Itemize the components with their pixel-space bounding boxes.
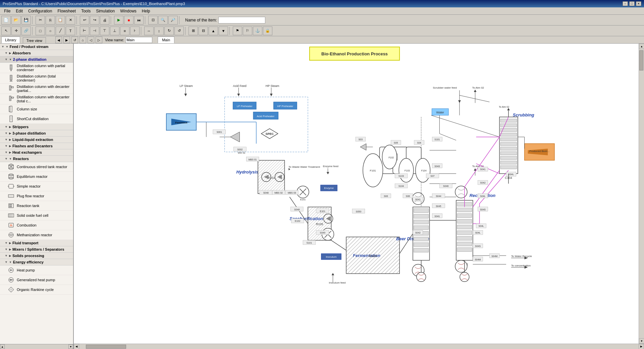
vscroll-thumb[interactable] bbox=[639, 50, 643, 70]
category-reactors[interactable]: ▼ Reactors bbox=[0, 156, 73, 162]
zoom-out-button[interactable]: 🔎 bbox=[168, 16, 178, 24]
vscroll-down-arrow[interactable]: ▼ bbox=[639, 338, 644, 344]
select-button[interactable]: ↖ bbox=[1, 27, 11, 35]
stop-button[interactable]: ■ bbox=[124, 16, 133, 24]
category-energy-efficiency[interactable]: ▼ Energy efficiency bbox=[0, 259, 73, 265]
sidebar-item-dist-total[interactable]: Distillation column (total condenser) bbox=[0, 73, 73, 84]
sidebar-item-methanation[interactable]: Methanization reactor bbox=[0, 230, 73, 240]
cut-button[interactable]: ✂ bbox=[36, 16, 45, 24]
name-item-input[interactable] bbox=[218, 17, 265, 23]
nav-forward-button[interactable]: ▶ bbox=[63, 37, 70, 43]
menu-configuration[interactable]: Configuration bbox=[25, 7, 55, 15]
category-2phase[interactable]: ▼ 2-phase distillation bbox=[0, 56, 73, 63]
copy-button[interactable]: ⎘ bbox=[46, 16, 55, 24]
delete-button[interactable]: ✕ bbox=[66, 16, 75, 24]
vscroll-up-arrow[interactable]: ▲ bbox=[639, 44, 644, 49]
hscroll-right-arrow[interactable]: ▶ bbox=[639, 344, 644, 349]
canvas-vscroll[interactable]: ▲ ▼ bbox=[639, 44, 644, 344]
restore-button[interactable]: □ bbox=[629, 1, 635, 6]
tree-view-tab[interactable]: Tree view bbox=[23, 37, 46, 43]
run-button[interactable]: ▶ bbox=[114, 16, 123, 24]
main-tab[interactable]: Main bbox=[158, 37, 174, 43]
menu-simulation[interactable]: Simulation bbox=[93, 7, 117, 15]
flag-button[interactable]: ⚑ bbox=[233, 27, 242, 35]
line-button[interactable]: ╱ bbox=[56, 27, 65, 35]
sidebar-item-dist-decanter-partial[interactable]: Distillation column with decanter (parti… bbox=[0, 84, 73, 94]
category-mixers[interactable]: ▶ Mixers / Splitters / Separators bbox=[0, 246, 73, 253]
rotate-ccw-button[interactable]: ↺ bbox=[174, 27, 184, 35]
text-button[interactable]: T bbox=[66, 27, 75, 35]
sidebar-item-dist-partial[interactable]: Distillation column with partial condens… bbox=[0, 63, 73, 73]
sidebar-item-plug-flow[interactable]: Plug flow reactor bbox=[0, 191, 73, 201]
category-feed-product[interactable]: ▼ Feed / Product stream bbox=[0, 44, 73, 50]
category-strippers[interactable]: ▶ Strippers bbox=[0, 124, 73, 130]
align-top-button[interactable]: ⊥ bbox=[110, 27, 119, 35]
category-solids[interactable]: ▶ Solids processing bbox=[0, 253, 73, 259]
flip-h-button[interactable]: ↔ bbox=[144, 27, 154, 35]
category-fluid-transport[interactable]: ▶ Fluid transport bbox=[0, 240, 73, 246]
sidebar-item-simple-reactor[interactable]: Simple reactor bbox=[0, 182, 73, 191]
step-button[interactable]: ⏭ bbox=[134, 16, 144, 24]
align-mid-button[interactable]: ≡ bbox=[120, 27, 129, 35]
sidebar-item-reaction-tank[interactable]: Reaction tank bbox=[0, 201, 73, 211]
sidebar-item-organic-rankine[interactable]: Organic Rankine cycle bbox=[0, 285, 73, 295]
menu-edit[interactable]: Edit bbox=[13, 7, 25, 15]
vscroll-track[interactable] bbox=[639, 49, 644, 338]
undo-button[interactable]: ↩ bbox=[80, 16, 89, 24]
flip-v-button[interactable]: ↕ bbox=[154, 27, 164, 35]
view-name-input[interactable] bbox=[125, 37, 152, 43]
minimize-button[interactable]: − bbox=[623, 1, 628, 6]
move-button[interactable]: ✛ bbox=[11, 27, 21, 35]
zoom-in-button[interactable]: 🔍 bbox=[158, 16, 168, 24]
category-3phase[interactable]: ▶ 3-phase distillation bbox=[0, 130, 73, 137]
nav-prev-button[interactable]: ◁ bbox=[88, 37, 94, 43]
canvas-area[interactable]: Bio-Ethanol Production Process LP Steam … bbox=[74, 44, 639, 344]
align-right-button[interactable]: ⊤ bbox=[100, 27, 109, 35]
category-flashes[interactable]: ▶ Flashes and Decanters bbox=[0, 143, 73, 149]
sidebar-item-generalized-heat-pump[interactable]: Generalized heat pump bbox=[0, 275, 73, 285]
open-button[interactable]: 📂 bbox=[11, 16, 21, 24]
menu-help[interactable]: Help bbox=[139, 7, 153, 15]
sidebar-scroll-down[interactable]: ▼ bbox=[68, 344, 73, 349]
menu-windows[interactable]: Windows bbox=[117, 7, 139, 15]
sidebar-item-dist-decanter-total[interactable]: Distillation column with decanter (total… bbox=[0, 94, 73, 104]
save-button[interactable]: 💾 bbox=[21, 16, 31, 24]
rotate-cw-button[interactable]: ↻ bbox=[164, 27, 174, 35]
new-button[interactable]: 📄 bbox=[1, 16, 11, 24]
rect-button[interactable]: □ bbox=[36, 27, 45, 35]
sidebar-item-equilibrium-reactor[interactable]: Equilibrium reactor bbox=[0, 172, 73, 182]
back-button[interactable]: ▼ bbox=[219, 27, 228, 35]
sidebar-item-heat-pump[interactable]: Heat pump bbox=[0, 265, 73, 275]
paste-button[interactable]: 📋 bbox=[56, 16, 65, 24]
close-button[interactable]: ✕ bbox=[636, 1, 641, 6]
flag2-button[interactable]: ⚐ bbox=[243, 27, 252, 35]
front-button[interactable]: ▲ bbox=[209, 27, 218, 35]
sidebar-item-cstr[interactable]: Continuous stirred tank reactor bbox=[0, 162, 73, 172]
canvas-hscroll[interactable]: ◀ ▶ bbox=[74, 344, 644, 349]
redo-button[interactable]: ↪ bbox=[90, 16, 99, 24]
sidebar-item-combustion[interactable]: Combustion bbox=[0, 220, 73, 230]
hscroll-track[interactable] bbox=[79, 344, 639, 349]
menu-flowsheet[interactable]: Flowsheet bbox=[55, 7, 78, 15]
sidebar-item-column-size[interactable]: Column size bbox=[0, 104, 73, 114]
connect-button[interactable]: 🔗 bbox=[21, 27, 31, 35]
menu-file[interactable]: File bbox=[1, 7, 13, 15]
sidebar-content[interactable]: ▼ Feed / Product stream ▶ Absorbers ▼ 2-… bbox=[0, 44, 73, 344]
align-left-button[interactable]: ⊢ bbox=[80, 27, 89, 35]
nav-refresh-button[interactable]: ↺ bbox=[71, 37, 78, 43]
ungroup-button[interactable]: ⊟ bbox=[199, 27, 208, 35]
library-tab[interactable]: Library bbox=[1, 37, 20, 43]
anchor-button[interactable]: ⚓ bbox=[253, 27, 262, 35]
print-button[interactable]: 🖨 bbox=[100, 16, 109, 24]
nav-next-button[interactable]: ▷ bbox=[96, 37, 102, 43]
align-center-button[interactable]: ⊣ bbox=[90, 27, 99, 35]
sidebar-item-solid-oxide[interactable]: Solid oxide fuel cell bbox=[0, 211, 73, 220]
nav-home-button[interactable]: ⌂ bbox=[79, 37, 86, 43]
category-absorbers[interactable]: ▶ Absorbers bbox=[0, 50, 73, 56]
circle-button[interactable]: ○ bbox=[46, 27, 55, 35]
align-bottom-button[interactable]: ⊦ bbox=[130, 27, 140, 35]
menu-tools[interactable]: Tools bbox=[78, 7, 93, 15]
hscroll-thumb[interactable] bbox=[86, 345, 126, 349]
lock-button[interactable]: 🔒 bbox=[263, 27, 272, 35]
zoom-fit-button[interactable]: ⊡ bbox=[148, 16, 158, 24]
